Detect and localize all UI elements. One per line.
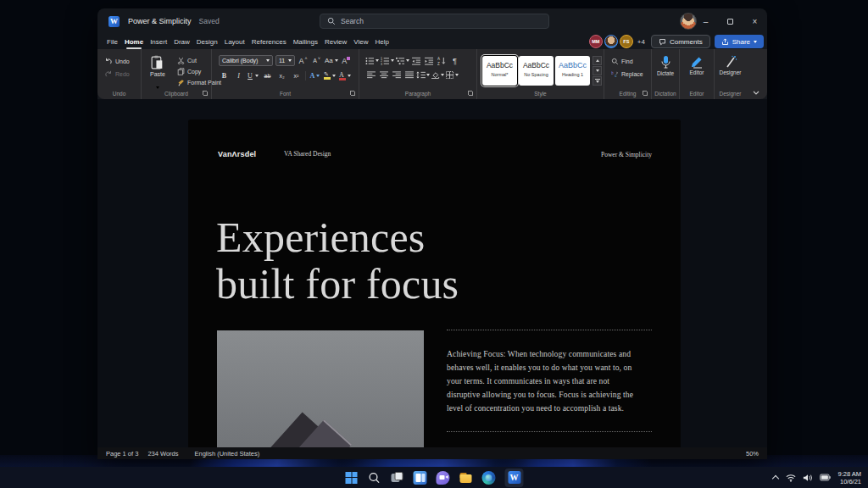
subscript-button[interactable]: x₂ [276, 70, 287, 81]
comment-icon [659, 38, 666, 46]
taskbar-clock[interactable]: 9:28 AM 10/6/21 [837, 470, 865, 485]
speaker-icon[interactable] [803, 474, 813, 482]
widgets-button[interactable] [414, 471, 427, 485]
word-taskbar-button[interactable]: W [505, 469, 524, 487]
replace-button[interactable]: bc Replace [611, 69, 651, 79]
numbering-button[interactable]: 123 [381, 55, 394, 66]
tab-references[interactable]: References [248, 34, 290, 49]
editor-button[interactable]: Editor [680, 55, 714, 75]
close-button[interactable]: × [743, 8, 767, 34]
tab-file[interactable]: File [103, 34, 121, 49]
svg-text:A: A [437, 57, 441, 61]
tab-view[interactable]: View [350, 34, 371, 49]
show-formatting-button[interactable]: ¶ [449, 55, 460, 66]
chat-button[interactable] [437, 471, 450, 485]
clear-formatting-button[interactable]: A [341, 55, 352, 66]
underline-button[interactable]: U [248, 70, 259, 81]
bullets-button[interactable] [365, 55, 379, 66]
taskbar-search-button[interactable] [368, 471, 381, 485]
paste-button[interactable]: Paste [150, 55, 165, 92]
sort-button[interactable]: AZ [437, 55, 448, 66]
comments-button[interactable]: Comments [651, 35, 710, 48]
style-scroll-up-button[interactable] [593, 56, 602, 65]
page-indicator[interactable]: Page 1 of 3 [106, 450, 138, 458]
style-heading-1[interactable]: AaBbCcHeading 1 [555, 56, 590, 86]
dictate-icon [660, 55, 671, 69]
style-more-button[interactable] [593, 76, 602, 86]
collaborator-avatar-photo[interactable] [604, 35, 618, 48]
bold-button[interactable]: B [219, 70, 230, 81]
italic-button[interactable]: I [233, 70, 244, 81]
maximize-button[interactable] [718, 8, 743, 34]
tab-review[interactable]: Review [321, 34, 350, 49]
font-name-select[interactable]: Calibri (Body) [219, 55, 273, 66]
font-size-select[interactable]: 11 [275, 55, 295, 66]
find-button[interactable]: Find [611, 56, 651, 66]
multilevel-list-button[interactable] [396, 55, 409, 66]
file-explorer-button[interactable] [459, 471, 473, 485]
tab-design[interactable]: Design [193, 34, 221, 49]
share-button[interactable]: Share [715, 35, 764, 48]
dictate-button[interactable]: Dictate [652, 55, 679, 76]
undo-button[interactable]: Undo [104, 56, 141, 66]
search-input[interactable]: Search [320, 14, 549, 29]
align-center-button[interactable] [378, 69, 389, 80]
style-scroll-down-button[interactable] [593, 66, 602, 75]
superscript-button[interactable]: x² [291, 70, 302, 81]
start-button[interactable] [345, 471, 359, 485]
dictation-group-label: Dictation [652, 91, 679, 97]
decrease-indent-button[interactable] [411, 55, 422, 66]
line-spacing-button[interactable] [416, 69, 430, 80]
align-left-button[interactable] [365, 69, 376, 80]
svg-text:c: c [615, 74, 617, 78]
task-view-button[interactable] [391, 471, 404, 485]
tab-home[interactable]: Home [121, 34, 147, 49]
share-icon [721, 38, 729, 46]
collaborator-overflow-count[interactable]: +4 [637, 38, 645, 46]
font-dialog-launcher[interactable] [350, 91, 355, 96]
tray-overflow-chevron[interactable] [773, 474, 779, 480]
font-color-button[interactable]: A [339, 70, 351, 81]
svg-text:3: 3 [381, 62, 382, 64]
text-effects-button[interactable]: A [309, 70, 320, 81]
document-canvas[interactable]: VanΛrsdel VA Shared Design Power & Simpl… [97, 99, 767, 447]
editor-icon [690, 55, 704, 69]
tab-help[interactable]: Help [371, 34, 392, 49]
document-photo [217, 330, 424, 447]
tab-insert[interactable]: Insert [147, 34, 170, 49]
svg-text:Z: Z [437, 61, 440, 64]
zoom-level[interactable]: 50% [746, 450, 759, 458]
language-indicator[interactable]: English (United States) [195, 450, 260, 458]
style-normal[interactable]: AaBbCcNormal* [482, 56, 517, 86]
justify-button[interactable] [403, 69, 415, 80]
tab-draw[interactable]: Draw [170, 34, 193, 49]
shading-button[interactable] [431, 69, 444, 80]
tab-layout[interactable]: Layout [221, 34, 248, 49]
align-right-button[interactable] [391, 69, 402, 80]
paragraph-dialog-launcher[interactable] [468, 91, 473, 96]
strikethrough-button[interactable]: ab [262, 70, 273, 81]
highlight-color-button[interactable]: ✎ [324, 70, 336, 81]
word-count[interactable]: 234 Words [147, 450, 178, 458]
tab-mailings[interactable]: Mailings [290, 34, 321, 49]
change-case-button[interactable]: Aa [325, 55, 338, 66]
edge-browser-button[interactable] [482, 471, 496, 485]
title-bar: W Power & Simplicity Saved Search – × [97, 8, 767, 34]
collapse-ribbon-button[interactable] [753, 91, 760, 95]
battery-icon[interactable] [820, 474, 831, 481]
document-page[interactable]: VanΛrsdel VA Shared Design Power & Simpl… [188, 119, 681, 447]
ribbon-tabs: File Home Insert Draw Design Layout Refe… [97, 34, 767, 49]
grow-font-button[interactable]: A˄ [298, 55, 309, 66]
editing-dialog-launcher[interactable] [643, 91, 648, 96]
increase-indent-button[interactable] [424, 55, 435, 66]
style-no-spacing[interactable]: AaBbCcNo Spacing [519, 56, 554, 86]
wifi-icon[interactable] [786, 474, 796, 482]
collaborator-avatar-fs[interactable]: FS [620, 35, 633, 48]
clipboard-dialog-launcher[interactable] [203, 91, 208, 96]
shrink-font-button[interactable]: A˅ [311, 55, 322, 66]
redo-button[interactable]: Redo [104, 69, 141, 79]
borders-button[interactable] [446, 69, 459, 80]
minimize-button[interactable]: – [693, 8, 718, 34]
designer-button[interactable]: Designer [715, 55, 746, 75]
collaborator-avatar-mm[interactable]: MM [589, 35, 603, 48]
